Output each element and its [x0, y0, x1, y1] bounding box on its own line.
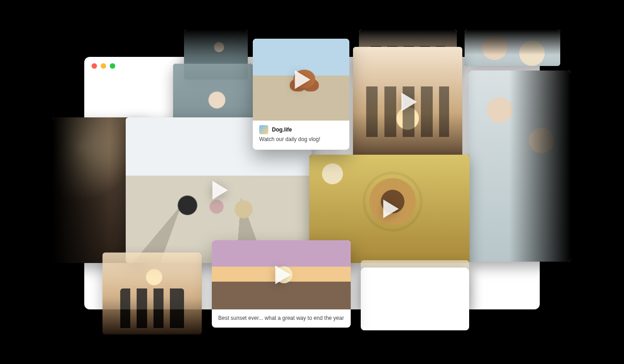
thumbnail: [253, 39, 349, 121]
avatar: [259, 125, 268, 134]
card-footer: Best sunset ever... what a great way to …: [212, 309, 351, 328]
video-card-sunset[interactable]: Best sunset ever... what a great way to …: [212, 240, 351, 328]
thumbnail: [353, 47, 462, 157]
author-name: Dog.life: [272, 126, 292, 133]
video-tile[interactable]: [465, 30, 560, 66]
video-tile[interactable]: [468, 71, 571, 262]
card-caption: Best sunset ever... what a great way to …: [218, 315, 344, 322]
window-minimize-icon[interactable]: [101, 63, 106, 69]
video-tile[interactable]: [102, 253, 202, 334]
card-placeholder: [361, 268, 469, 330]
thumbnail: [468, 71, 571, 262]
card-caption: Watch our daily dog vlog!: [259, 136, 343, 143]
thumbnail: [465, 30, 560, 66]
window-zoom-icon[interactable]: [110, 63, 115, 69]
thumbnail: [212, 240, 351, 309]
video-card-dog[interactable]: Dog.life Watch our daily dog vlog!: [253, 39, 349, 150]
blank: [361, 268, 469, 330]
window-close-icon[interactable]: [92, 63, 97, 69]
thumbnail: [102, 253, 202, 334]
card-footer: Dog.life Watch our daily dog vlog!: [253, 121, 349, 150]
video-tile[interactable]: [353, 47, 462, 157]
